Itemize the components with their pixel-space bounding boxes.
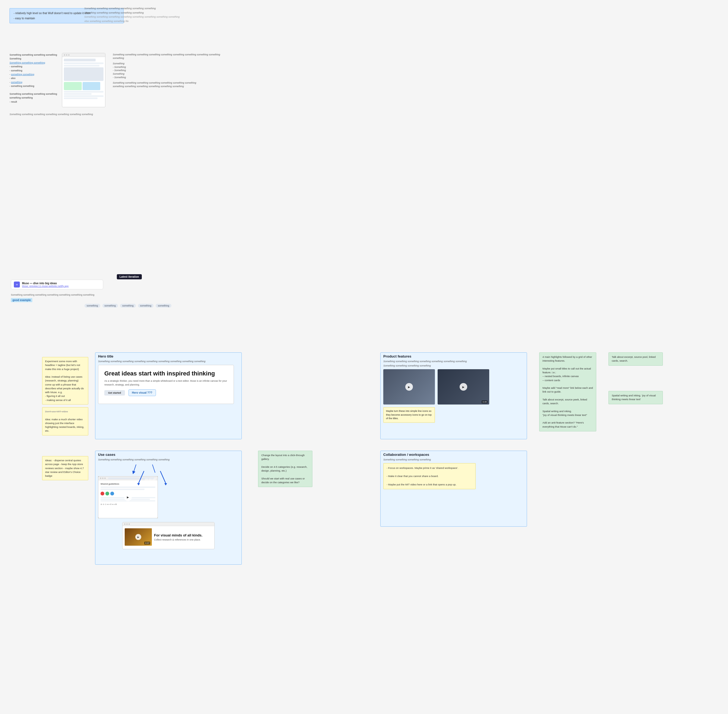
play-button-1[interactable]: ▶ (405, 383, 413, 391)
tag-2: something (102, 304, 118, 308)
use-cases-change-layout: Change the layout into a click-through g… (258, 451, 312, 487)
collaboration-label: Collaboration / workspaces (383, 453, 524, 457)
for-visual-mockup: ▶ 0:37 For visual minds of all kinds. Co… (122, 522, 215, 549)
use-cases-arrows (125, 463, 179, 474)
muse-title: Muse — dive into big ideas (22, 282, 68, 285)
hero-subtitle: As a strategic thinker, you need more th… (104, 379, 228, 387)
play-button-usecase-1[interactable]: ▶ (124, 494, 132, 501)
for-visual-title: For visual minds of all kinds. (154, 533, 202, 537)
product-excerpt-note: Talk about excerpt, source pool, linked … (608, 352, 663, 366)
product-video-2[interactable]: ▶ 0:45 (438, 369, 489, 405)
for-visual-timer: 0:37 (144, 542, 150, 544)
product-main-note: 4 main highlights followed by a grid of … (539, 352, 596, 431)
use-case-screenshot-1[interactable]: ▶ 0:38 (98, 476, 158, 518)
browser-mockup-middle (62, 53, 105, 107)
tag-1: something (84, 304, 100, 308)
product-video-accessory-note: Maybe turn these into simple line icons … (383, 407, 435, 423)
hero-visual-label: Hero visual ??? (128, 389, 156, 396)
hero-video-note: Don't use MIT video Idea: make a much sh… (42, 407, 88, 435)
use-cases-ideas-note: Ideas: - disperse central quotes across … (42, 456, 88, 480)
tag-3: something (120, 304, 136, 308)
muse-link[interactable]: Muse: preview.11-muse-website.netlify.ap… (22, 285, 68, 288)
play-button-2[interactable]: ▶ (460, 383, 467, 391)
use-cases-label: Use cases (98, 453, 239, 457)
product-features-box: Product features Something something som… (380, 352, 527, 439)
svg-line-0 (133, 465, 136, 472)
hero-headline-note: Experiment some more with headline + tag… (42, 357, 88, 405)
hero-cta-button[interactable]: Get started (104, 390, 125, 396)
middle-left-notes: Something something something something … (9, 53, 64, 104)
video-timer-2: 0:45 (481, 400, 487, 404)
use-cases-box: Use cases Something something something … (95, 451, 242, 565)
tags-row: something something something something … (84, 303, 198, 308)
tag-5: something (156, 304, 171, 308)
canvas: - relatively high level so that Wulf doe… (0, 0, 728, 714)
for-visual-play[interactable]: ▶ (135, 534, 141, 540)
collab-notes: - Focus on workspaces. Maybe prime it as… (387, 466, 472, 486)
svg-line-1 (152, 465, 155, 472)
tag-4: something (138, 304, 154, 308)
hero-title-large: Great ideas start with inspired thinking (104, 370, 228, 377)
bottom-middle-text: Something something something something … (9, 112, 105, 116)
good-example-badge: good example (11, 298, 32, 302)
hero-content-mockup: Great ideas start with inspired thinking… (98, 365, 234, 404)
middle-right-notes: Something something something something … (113, 53, 230, 88)
for-visual-thumb[interactable]: ▶ 0:37 (125, 528, 152, 546)
muse-app-icon: M (14, 282, 20, 288)
for-visual-sub: Collect research & references in one pla… (154, 538, 202, 541)
latest-iteration-badge: Latest iteration (117, 274, 142, 279)
product-spatial-note: Spatial writing and inking. 'joy of visu… (608, 391, 663, 404)
product-video-row: ▶ ▶ 0:45 (383, 369, 524, 405)
hero-section-label: Hero title (98, 354, 239, 358)
hero-section-box: Hero title Something something something… (95, 352, 242, 439)
product-features-label: Product features (383, 354, 524, 358)
collaboration-box: Collaboration / workspaces Something som… (380, 451, 527, 526)
top-right-notes: Something something something something … (84, 7, 187, 23)
latest-sub-text: Something something something something … (11, 293, 106, 302)
product-video-1[interactable]: ▶ (383, 369, 435, 405)
for-visual-minds-section: ▶ 0:37 For visual minds of all kinds. Co… (98, 522, 239, 549)
use-cases-screenshots: ▶ 0:38 (98, 476, 239, 518)
collab-workspace-note: - Focus on workspaces. Maybe prime it as… (383, 463, 476, 489)
muse-app-item: M Muse — dive into big ideas Muse: previ… (11, 280, 103, 290)
